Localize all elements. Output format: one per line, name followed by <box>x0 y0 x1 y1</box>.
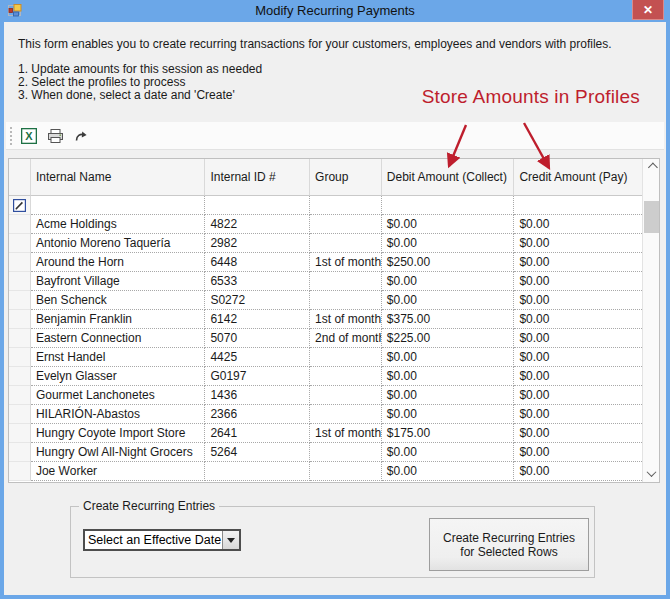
vertical-scrollbar[interactable] <box>642 159 659 482</box>
create-recurring-entries-button[interactable]: Create Recurring Entries for Selected Ro… <box>429 518 589 571</box>
cell-debit[interactable]: $0.00 <box>382 443 515 462</box>
column-header-internal-id[interactable]: Internal ID # <box>205 159 310 196</box>
cell-credit[interactable]: $0.00 <box>514 310 642 329</box>
cell-credit[interactable]: $0.00 <box>514 443 642 462</box>
row-header[interactable] <box>9 329 31 348</box>
cell-group[interactable] <box>310 462 382 481</box>
table-row[interactable]: Hungry Coyote Import Store26411st of mon… <box>9 424 642 443</box>
table-row[interactable]: Ernst Handel4425$0.00$0.00 <box>9 348 642 367</box>
cell-name[interactable]: Ben Schenck <box>31 291 205 310</box>
cell-group[interactable]: 1st of month <box>310 310 382 329</box>
cell-credit[interactable]: $0.00 <box>514 253 642 272</box>
row-header-stub[interactable] <box>9 159 31 196</box>
row-header[interactable] <box>9 272 31 291</box>
row-header[interactable] <box>9 443 31 462</box>
row-header[interactable] <box>9 424 31 443</box>
column-header-group[interactable]: Group <box>310 159 382 196</box>
table-row[interactable]: HILARIÓN-Abastos2366$0.00$0.00 <box>9 405 642 424</box>
cell-group[interactable] <box>310 196 382 215</box>
scroll-up-button[interactable] <box>643 159 659 176</box>
scrollbar-thumb[interactable] <box>644 201 659 233</box>
cell-name[interactable]: Joe Worker <box>31 462 205 481</box>
cell-id[interactable]: 6448 <box>205 253 310 272</box>
cell-id[interactable]: 2366 <box>205 405 310 424</box>
cell-credit[interactable]: $0.00 <box>514 215 642 234</box>
cell-credit[interactable]: $0.00 <box>514 329 642 348</box>
row-header[interactable] <box>9 348 31 367</box>
toolbar-grip[interactable] <box>10 127 12 145</box>
row-header[interactable] <box>9 462 31 481</box>
cell-group[interactable] <box>310 386 382 405</box>
cell-id[interactable] <box>205 462 310 481</box>
cell-debit[interactable]: $0.00 <box>382 405 515 424</box>
scroll-down-button[interactable] <box>643 465 659 482</box>
cell-credit[interactable]: $0.00 <box>514 405 642 424</box>
cell-credit[interactable]: $0.00 <box>514 348 642 367</box>
cell-id[interactable]: 6533 <box>205 272 310 291</box>
cell-group[interactable]: 1st of month <box>310 424 382 443</box>
cell-name[interactable]: Bayfront Village <box>31 272 205 291</box>
cell-group[interactable] <box>310 443 382 462</box>
cell-debit[interactable]: $375.00 <box>382 310 515 329</box>
combobox-dropdown-button[interactable] <box>222 531 239 549</box>
cell-group[interactable] <box>310 234 382 253</box>
cell-name[interactable]: Hungry Coyote Import Store <box>31 424 205 443</box>
column-header-debit[interactable]: Debit Amount (Collect) <box>382 159 515 196</box>
cell-id[interactable]: 4822 <box>205 215 310 234</box>
cell-name[interactable]: Acme Holdings <box>31 215 205 234</box>
cell-credit[interactable]: $0.00 <box>514 424 642 443</box>
table-row[interactable]: Antonio Moreno Taquería2982$0.00$0.00 <box>9 234 642 253</box>
cell-name[interactable]: Around the Horn <box>31 253 205 272</box>
table-row[interactable]: Around the Horn64481st of month$250.00$0… <box>9 253 642 272</box>
cell-credit[interactable]: $0.00 <box>514 272 642 291</box>
cell-id[interactable]: 5264 <box>205 443 310 462</box>
row-header[interactable] <box>9 310 31 329</box>
cell-group[interactable] <box>310 291 382 310</box>
cell-credit[interactable]: $0.00 <box>514 462 642 481</box>
cell-debit[interactable]: $0.00 <box>382 234 515 253</box>
excel-export-icon[interactable]: X <box>17 124 41 148</box>
table-row[interactable]: Joe Worker$0.00$0.00 <box>9 462 642 481</box>
cell-debit[interactable]: $225.00 <box>382 329 515 348</box>
cell-debit[interactable]: $0.00 <box>382 386 515 405</box>
table-row[interactable]: Acme Holdings4822$0.00$0.00 <box>9 215 642 234</box>
cell-name[interactable]: Ernst Handel <box>31 348 205 367</box>
cell-credit[interactable]: $0.00 <box>514 367 642 386</box>
column-header-credit[interactable]: Credit Amount (Pay) <box>514 159 642 196</box>
cell-name[interactable]: Eastern Connection <box>31 329 205 348</box>
table-row[interactable]: Eastern Connection50702nd of month$225.0… <box>9 329 642 348</box>
cell-group[interactable] <box>310 405 382 424</box>
table-row[interactable]: Hungry Owl All-Night Grocers5264$0.00$0.… <box>9 443 642 462</box>
cell-group[interactable] <box>310 215 382 234</box>
cell-credit[interactable] <box>514 196 642 215</box>
table-row[interactable]: Evelyn GlasserG0197$0.00$0.00 <box>9 367 642 386</box>
table-row[interactable]: Bayfront Village6533$0.00$0.00 <box>9 272 642 291</box>
cell-id[interactable]: 2641 <box>205 424 310 443</box>
cell-debit[interactable]: $250.00 <box>382 253 515 272</box>
close-button[interactable]: ✕ <box>632 0 664 20</box>
cell-group[interactable] <box>310 367 382 386</box>
cell-credit[interactable]: $0.00 <box>514 386 642 405</box>
cell-id[interactable]: 2982 <box>205 234 310 253</box>
cell-debit[interactable]: $0.00 <box>382 348 515 367</box>
print-icon[interactable] <box>43 124 67 148</box>
cell-id[interactable]: 6142 <box>205 310 310 329</box>
cell-name[interactable]: Antonio Moreno Taquería <box>31 234 205 253</box>
cell-debit[interactable]: $0.00 <box>382 367 515 386</box>
row-header[interactable] <box>9 386 31 405</box>
cell-id[interactable]: 1436 <box>205 386 310 405</box>
table-row[interactable]: Ben SchenckS0272$0.00$0.00 <box>9 291 642 310</box>
cell-name[interactable]: Benjamin Franklin <box>31 310 205 329</box>
cell-debit[interactable] <box>382 196 515 215</box>
cell-debit[interactable]: $0.00 <box>382 462 515 481</box>
cell-group[interactable]: 1st of month <box>310 253 382 272</box>
cell-name[interactable]: Hungry Owl All-Night Grocers <box>31 443 205 462</box>
effective-date-combobox[interactable]: Select an Effective Date <box>83 529 241 551</box>
cell-group[interactable] <box>310 272 382 291</box>
cell-id[interactable]: G0197 <box>205 367 310 386</box>
titlebar[interactable]: Modify Recurring Payments ✕ <box>0 0 670 22</box>
cell-name[interactable] <box>31 196 205 215</box>
cell-id[interactable]: S0272 <box>205 291 310 310</box>
cell-debit[interactable]: $0.00 <box>382 215 515 234</box>
cell-group[interactable]: 2nd of month <box>310 329 382 348</box>
